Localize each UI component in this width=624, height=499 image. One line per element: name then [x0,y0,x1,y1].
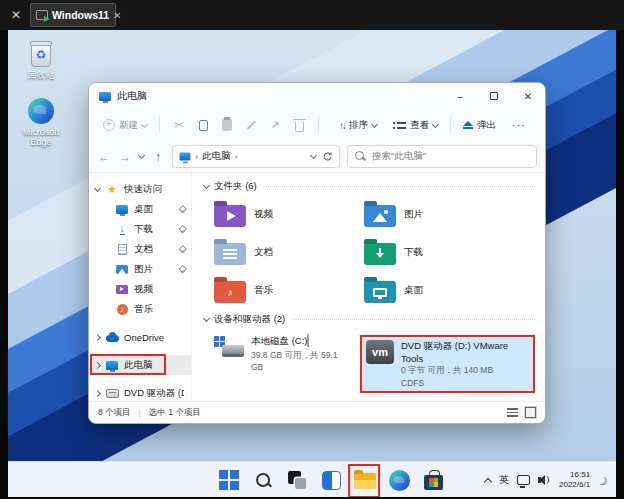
videos-folder-icon [214,205,246,227]
ms-flag-icon [429,478,438,487]
store-button[interactable] [421,468,445,492]
large-icons-view-icon[interactable] [525,407,536,418]
copy-button[interactable] [192,114,214,136]
address-bar[interactable]: › 此电脑 › [172,145,340,168]
vm-tab-close-icon[interactable]: ✕ [113,10,121,21]
sidebar-item-quick-access[interactable]: ★ 快速访问 [89,179,191,199]
notification-moon-icon[interactable]: ☾ [596,472,611,488]
refresh-icon[interactable] [322,151,333,162]
sidebar-label: 音乐 [134,303,153,316]
rename-icon [246,120,255,129]
sidebar-item-onedrive[interactable]: OneDrive [89,327,191,347]
sort-label: 排序 [349,119,368,132]
rename-button[interactable] [240,114,262,136]
desktop-icon-recycle-bin[interactable]: ♻ 回收站 [12,43,70,80]
devices-group-header[interactable]: 设备和驱动器 (2) [204,313,535,326]
minimize-button[interactable]: – [443,83,477,109]
sidebar-item-desktop[interactable]: 桌面 [89,199,191,219]
tray-time: 16:51 [559,470,590,480]
folder-label: 视频 [254,208,273,221]
more-options-button[interactable]: ··· [508,113,530,137]
volume-tray-icon[interactable] [538,474,551,486]
folder-tile-music[interactable]: ♪ 音乐 [214,278,364,303]
drive-name: 本地磁盘 (C:) [251,335,307,346]
pictures-folder-icon [364,205,396,227]
sidebar-item-pictures[interactable]: 图片 [89,259,191,279]
eject-label: 弹出 [477,119,496,132]
new-button[interactable]: + 新建 [99,113,151,137]
hidden-icons-chevron[interactable] [484,477,492,485]
explorer-titlebar[interactable]: 此电脑 – ✕ [89,83,545,109]
file-explorer-icon [354,473,376,489]
vm-screen: ♻ 回收站 Microsoft Edge 此电脑 – ✕ + 新建 [8,30,616,497]
this-pc-icon [180,152,191,160]
eject-button[interactable]: 弹出 [459,113,500,137]
drive-caption: 39.8 GB 可用，共 59.1 GB [251,350,344,372]
widgets-button[interactable] [319,468,343,492]
vm-powered-on-icon [36,10,48,20]
task-view-button[interactable] [285,468,309,492]
window-title: 此电脑 [117,89,147,103]
clock[interactable]: 16:51 2022/6/1 [559,470,590,490]
maximize-button[interactable] [477,83,511,109]
sidebar-item-this-pc[interactable]: 此电脑 [89,355,191,375]
ime-indicator[interactable]: 英 [499,473,509,487]
folder-tile-videos[interactable]: 视频 [214,202,364,227]
view-button[interactable]: 查看 [389,113,442,137]
share-button[interactable]: ↗ [264,114,286,136]
vm-tab-windows11[interactable]: Windows11 ✕ [30,3,116,27]
close-button[interactable]: ✕ [511,83,545,109]
edge-icon [389,470,410,491]
explorer-content: 文件夹 (6) 视频 图片 [191,173,545,401]
paste-button[interactable] [216,114,238,136]
sidebar-item-documents[interactable]: 文档 [89,239,191,259]
toolbar-separator [450,117,451,133]
copy-icon [199,120,208,131]
breadcrumb-separator: › [235,152,238,162]
cut-button[interactable]: ✂ [168,114,190,136]
chevron-down-icon [141,120,148,127]
sort-button[interactable]: ↑↓ 排序 [335,113,381,137]
music-folder-icon: ♪ [214,281,246,303]
breadcrumb-this-pc[interactable]: 此电脑 [202,150,231,163]
documents-folder-icon [214,243,246,265]
forward-button[interactable]: → [118,150,132,164]
sidebar-label: 下载 [134,223,153,236]
details-view-icon[interactable] [507,408,518,417]
file-explorer-button[interactable] [353,468,377,492]
sidebar-item-videos[interactable]: 视频 [89,279,191,299]
dvd-drive-tile[interactable]: vm DVD 驱动器 (D:) VMware Tools 0 字节 可用，共 1… [360,335,535,393]
desktop-icon-label: Microsoft Edge [12,127,70,148]
chevron-right-icon [94,361,101,368]
delete-button[interactable] [288,114,310,136]
sidebar-label: 文档 [134,243,153,256]
drive-name: DVD 驱动器 (D:) VMware Tools [401,340,508,364]
local-disk-tile[interactable]: 本地磁盘 (C:) 39.8 GB 可用，共 59.1 GB [214,335,344,393]
address-dropdown-icon[interactable] [310,152,317,159]
folder-tile-documents[interactable]: 文档 [214,240,364,265]
desktop-icon-edge[interactable]: Microsoft Edge [12,98,70,148]
up-button[interactable]: ↑ [151,150,165,164]
folder-tile-desktop[interactable]: 桌面 [364,278,514,303]
folder-tile-pictures[interactable]: 图片 [364,202,514,227]
start-button[interactable] [217,468,241,492]
folder-tile-downloads[interactable]: 下载 [364,240,514,265]
back-button[interactable]: ← [97,150,111,164]
taskbar-search-button[interactable] [251,468,275,492]
edge-button[interactable] [387,468,411,492]
network-tray-icon[interactable] [517,475,530,485]
folders-group-header[interactable]: 文件夹 (6) [204,180,535,193]
vmware-close-icon[interactable]: ✕ [8,8,24,22]
sidebar-label: DVD 驱动器 (D:) VM [124,387,184,400]
local-disk-icon [214,335,244,359]
search-input[interactable]: 搜索"此电脑" [347,145,537,168]
chevron-down-icon [371,120,378,127]
sidebar-item-music[interactable]: ♪ 音乐 [89,299,191,319]
history-chevron-icon[interactable] [138,151,145,158]
sidebar-item-downloads[interactable]: ↓ 下载 [89,219,191,239]
toolbar-separator [159,117,160,133]
music-icon: ♪ [117,304,128,315]
downloads-icon: ↓ [120,224,125,235]
disk-usage-bar [307,334,309,347]
sidebar-item-dvd-drive[interactable]: DVD 驱动器 (D:) VM [89,383,191,401]
